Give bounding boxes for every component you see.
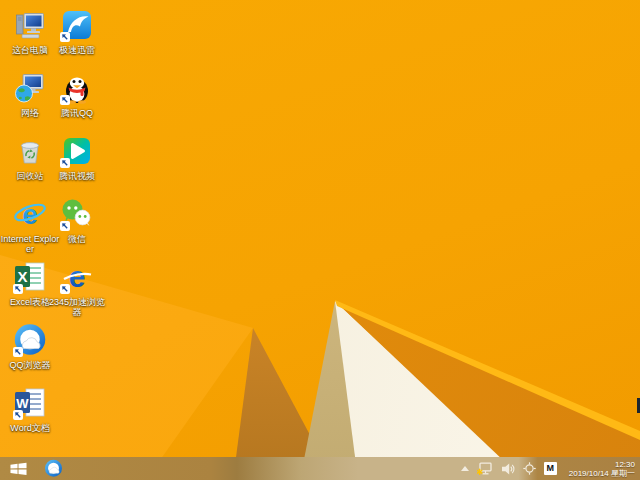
desktop-icon-label: 极速迅雷 — [47, 45, 107, 55]
shortcut-arrow-icon — [13, 410, 23, 420]
ie-icon: e — [13, 197, 47, 231]
shortcut-arrow-icon — [60, 32, 70, 42]
ime-indicator[interactable]: M — [544, 462, 557, 475]
qqbrowser-icon — [13, 323, 47, 357]
desktop: 这台电脑 极速迅雷 网络 腾讯QQ 回收站 腾讯视频 e Internet Ex… — [0, 0, 640, 480]
shortcut-arrow-icon — [60, 95, 70, 105]
e2345-icon: e — [60, 260, 94, 294]
wechat-icon — [60, 197, 94, 231]
taskbar: M 12:30 2019/10/14 星期一 — [0, 457, 640, 480]
computer-icon — [13, 8, 47, 42]
desktop-icon-label: Word文档 — [0, 423, 60, 433]
desktop-icon-label: QQ浏览器 — [0, 360, 60, 370]
taskbar-pinned-qq-browser[interactable] — [40, 457, 66, 480]
recycle-icon — [13, 134, 47, 168]
tvideo-icon — [60, 134, 94, 168]
ime-m-icon: M — [544, 462, 557, 475]
network-icon — [13, 71, 47, 105]
system-tray: M 12:30 2019/10/14 星期一 — [461, 460, 640, 478]
desktop-icon-thunder[interactable]: 极速迅雷 — [47, 8, 107, 55]
desktop-icon-wechat[interactable]: 微信 — [47, 197, 107, 244]
windows-logo-icon — [10, 460, 27, 477]
hidden-icons-expander[interactable] — [461, 466, 469, 471]
network-warning-icon — [477, 462, 493, 476]
qq-icon — [60, 71, 94, 105]
shortcut-arrow-icon — [60, 221, 70, 231]
volume-tray[interactable] — [501, 462, 515, 476]
clock-time: 12:30 — [569, 460, 635, 469]
start-button[interactable] — [0, 457, 36, 480]
word-icon: W — [13, 386, 47, 420]
desktop-icon-browser-2345[interactable]: e 2345加速浏览器 — [47, 260, 107, 317]
svg-text:W: W — [16, 396, 29, 411]
up-arrow-icon — [461, 466, 469, 471]
shortcut-arrow-icon — [13, 284, 23, 294]
svg-text:e: e — [22, 199, 38, 230]
desktop-icon-tencent-qq[interactable]: 腾讯QQ — [47, 71, 107, 118]
qq-browser-icon — [44, 459, 63, 478]
thunder-icon — [60, 8, 94, 42]
desktop-icon-tencent-video[interactable]: 腾讯视频 — [47, 134, 107, 181]
desktop-icon-word[interactable]: W Word文档 — [0, 386, 60, 433]
desktop-icon-label: 2345加速浏览器 — [47, 297, 107, 317]
excel-icon: X — [13, 260, 47, 294]
shortcut-arrow-icon — [60, 284, 70, 294]
desktop-icon-qq-browser[interactable]: QQ浏览器 — [0, 323, 60, 370]
speaker-icon — [501, 462, 515, 476]
crosshair-circle-icon — [523, 462, 536, 475]
clock-date: 2019/10/14 星期一 — [569, 469, 635, 478]
desktop-icon-grid: 这台电脑 极速迅雷 网络 腾讯QQ 回收站 腾讯视频 e Internet Ex… — [0, 0, 640, 480]
shortcut-arrow-icon — [60, 158, 70, 168]
desktop-icon-label: 腾讯视频 — [47, 171, 107, 181]
network-status-tray[interactable] — [477, 462, 493, 476]
svg-text:X: X — [17, 268, 27, 285]
shortcut-arrow-icon — [13, 347, 23, 357]
desktop-icon-label: 腾讯QQ — [47, 108, 107, 118]
desktop-icon-label: 微信 — [47, 234, 107, 244]
pointer-target-tray[interactable] — [523, 462, 536, 475]
tray-clock[interactable]: 12:30 2019/10/14 星期一 — [569, 460, 635, 478]
